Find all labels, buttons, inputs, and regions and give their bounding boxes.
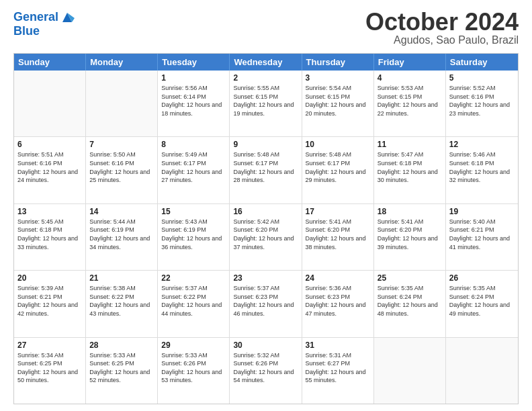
day-number: 26 — [449, 273, 515, 283]
day-number: 18 — [378, 207, 442, 216]
day-cell: 1Sunrise: 5:56 AMSunset: 6:14 PMDaylight… — [158, 71, 230, 136]
day-info: Sunrise: 5:43 AMSunset: 6:19 PMDaylight:… — [161, 218, 226, 251]
day-cell: 6Sunrise: 5:51 AMSunset: 6:16 PMDaylight… — [14, 137, 86, 203]
day-info: Sunrise: 5:38 AMSunset: 6:22 PMDaylight:… — [89, 284, 154, 318]
day-cell: 24Sunrise: 5:36 AMSunset: 6:23 PMDayligh… — [302, 271, 374, 336]
day-info: Sunrise: 5:47 AMSunset: 6:18 PMDaylight:… — [378, 150, 442, 184]
day-number: 15 — [161, 207, 226, 216]
day-info: Sunrise: 5:50 AMSunset: 6:16 PMDaylight:… — [89, 150, 154, 184]
day-number: 7 — [89, 140, 154, 149]
calendar-row-3: 13Sunrise: 5:45 AMSunset: 6:18 PMDayligh… — [14, 203, 518, 270]
day-number: 28 — [89, 340, 154, 350]
calendar-body: 1Sunrise: 5:56 AMSunset: 6:14 PMDaylight… — [14, 71, 518, 404]
day-cell: 14Sunrise: 5:44 AMSunset: 6:19 PMDayligh… — [86, 204, 158, 270]
day-info: Sunrise: 5:37 AMSunset: 6:23 PMDaylight:… — [233, 284, 298, 318]
logo-icon — [60, 10, 75, 25]
day-info: Sunrise: 5:42 AMSunset: 6:20 PMDaylight:… — [233, 218, 298, 251]
calendar-row-2: 6Sunrise: 5:51 AMSunset: 6:16 PMDaylight… — [14, 136, 518, 203]
day-cell: 12Sunrise: 5:46 AMSunset: 6:18 PMDayligh… — [446, 137, 518, 203]
day-info: Sunrise: 5:31 AMSunset: 6:27 PMDaylight:… — [306, 351, 370, 385]
day-header-thursday: Thursday — [302, 54, 374, 71]
day-cell: 13Sunrise: 5:45 AMSunset: 6:18 PMDayligh… — [14, 204, 86, 270]
day-info: Sunrise: 5:37 AMSunset: 6:22 PMDaylight:… — [161, 284, 226, 318]
day-number: 12 — [449, 140, 515, 149]
day-header-tuesday: Tuesday — [158, 54, 230, 71]
day-info: Sunrise: 5:33 AMSunset: 6:25 PMDaylight:… — [89, 351, 154, 385]
day-info: Sunrise: 5:44 AMSunset: 6:19 PMDaylight:… — [89, 218, 154, 251]
logo-text: General — [13, 11, 58, 24]
day-info: Sunrise: 5:34 AMSunset: 6:25 PMDaylight:… — [17, 351, 82, 385]
day-cell: 9Sunrise: 5:48 AMSunset: 6:17 PMDaylight… — [230, 137, 302, 203]
day-info: Sunrise: 5:41 AMSunset: 6:20 PMDaylight:… — [306, 218, 370, 251]
day-number: 31 — [306, 340, 370, 350]
day-cell: 29Sunrise: 5:33 AMSunset: 6:26 PMDayligh… — [158, 338, 230, 404]
day-number: 17 — [306, 207, 370, 216]
day-cell: 27Sunrise: 5:34 AMSunset: 6:25 PMDayligh… — [14, 338, 86, 404]
day-cell: 30Sunrise: 5:32 AMSunset: 6:26 PMDayligh… — [230, 338, 302, 404]
day-header-sunday: Sunday — [14, 54, 86, 71]
day-cell: 25Sunrise: 5:35 AMSunset: 6:24 PMDayligh… — [374, 271, 446, 336]
day-info: Sunrise: 5:53 AMSunset: 6:15 PMDaylight:… — [378, 84, 442, 118]
day-cell: 28Sunrise: 5:33 AMSunset: 6:25 PMDayligh… — [86, 338, 158, 404]
day-number: 1 — [161, 73, 226, 83]
day-info: Sunrise: 5:54 AMSunset: 6:15 PMDaylight:… — [306, 84, 370, 118]
day-header-saturday: Saturday — [446, 54, 518, 71]
day-info: Sunrise: 5:45 AMSunset: 6:18 PMDaylight:… — [17, 218, 82, 251]
day-number: 11 — [378, 140, 442, 149]
day-cell: 7Sunrise: 5:50 AMSunset: 6:16 PMDaylight… — [86, 137, 158, 203]
day-cell: 21Sunrise: 5:38 AMSunset: 6:22 PMDayligh… — [86, 271, 158, 336]
day-header-monday: Monday — [86, 54, 158, 71]
day-info: Sunrise: 5:41 AMSunset: 6:20 PMDaylight:… — [378, 218, 442, 251]
day-number: 9 — [233, 140, 298, 149]
day-cell — [374, 338, 446, 404]
day-number: 4 — [378, 73, 442, 83]
day-cell: 22Sunrise: 5:37 AMSunset: 6:22 PMDayligh… — [158, 271, 230, 336]
day-number: 25 — [378, 273, 442, 283]
day-cell: 4Sunrise: 5:53 AMSunset: 6:15 PMDaylight… — [374, 71, 446, 136]
day-info: Sunrise: 5:40 AMSunset: 6:21 PMDaylight:… — [449, 218, 515, 251]
day-number: 10 — [306, 140, 370, 149]
day-info: Sunrise: 5:51 AMSunset: 6:16 PMDaylight:… — [17, 150, 82, 184]
day-number: 27 — [17, 340, 82, 350]
calendar-row-5: 27Sunrise: 5:34 AMSunset: 6:25 PMDayligh… — [14, 337, 518, 404]
day-cell — [446, 338, 518, 404]
day-cell: 23Sunrise: 5:37 AMSunset: 6:23 PMDayligh… — [230, 271, 302, 336]
day-cell: 2Sunrise: 5:55 AMSunset: 6:15 PMDaylight… — [230, 71, 302, 136]
logo: General Blue — [13, 10, 75, 38]
day-info: Sunrise: 5:36 AMSunset: 6:23 PMDaylight:… — [306, 284, 370, 318]
day-number: 29 — [161, 340, 226, 350]
logo-blue-text: Blue — [13, 25, 75, 38]
day-header-friday: Friday — [374, 54, 446, 71]
day-number: 14 — [89, 207, 154, 216]
day-cell: 19Sunrise: 5:40 AMSunset: 6:21 PMDayligh… — [446, 204, 518, 270]
day-number: 3 — [306, 73, 370, 83]
day-number: 2 — [233, 73, 298, 83]
title-block: October 2024 Agudos, Sao Paulo, Brazil — [365, 10, 519, 46]
day-cell: 18Sunrise: 5:41 AMSunset: 6:20 PMDayligh… — [374, 204, 446, 270]
day-info: Sunrise: 5:39 AMSunset: 6:21 PMDaylight:… — [17, 284, 82, 318]
header: General Blue October 2024 Agudos, Sao Pa… — [13, 10, 519, 46]
day-info: Sunrise: 5:55 AMSunset: 6:15 PMDaylight:… — [233, 84, 298, 118]
day-number: 5 — [449, 73, 515, 83]
day-cell: 16Sunrise: 5:42 AMSunset: 6:20 PMDayligh… — [230, 204, 302, 270]
day-number: 23 — [233, 273, 298, 283]
day-info: Sunrise: 5:52 AMSunset: 6:16 PMDaylight:… — [449, 84, 515, 118]
day-info: Sunrise: 5:35 AMSunset: 6:24 PMDaylight:… — [378, 284, 442, 318]
day-number: 6 — [17, 140, 82, 149]
day-number: 20 — [17, 273, 82, 283]
day-cell — [86, 71, 158, 136]
day-info: Sunrise: 5:35 AMSunset: 6:24 PMDaylight:… — [449, 284, 515, 318]
day-cell: 17Sunrise: 5:41 AMSunset: 6:20 PMDayligh… — [302, 204, 374, 270]
day-number: 19 — [449, 207, 515, 216]
day-info: Sunrise: 5:33 AMSunset: 6:26 PMDaylight:… — [161, 351, 226, 385]
day-cell: 11Sunrise: 5:47 AMSunset: 6:18 PMDayligh… — [374, 137, 446, 203]
day-cell: 15Sunrise: 5:43 AMSunset: 6:19 PMDayligh… — [158, 204, 230, 270]
day-cell: 3Sunrise: 5:54 AMSunset: 6:15 PMDaylight… — [302, 71, 374, 136]
day-cell: 20Sunrise: 5:39 AMSunset: 6:21 PMDayligh… — [14, 271, 86, 336]
day-number: 16 — [233, 207, 298, 216]
day-cell: 10Sunrise: 5:48 AMSunset: 6:17 PMDayligh… — [302, 137, 374, 203]
calendar-row-1: 1Sunrise: 5:56 AMSunset: 6:14 PMDaylight… — [14, 71, 518, 136]
day-cell: 5Sunrise: 5:52 AMSunset: 6:16 PMDaylight… — [446, 71, 518, 136]
day-info: Sunrise: 5:48 AMSunset: 6:17 PMDaylight:… — [306, 150, 370, 184]
day-info: Sunrise: 5:46 AMSunset: 6:18 PMDaylight:… — [449, 150, 515, 184]
